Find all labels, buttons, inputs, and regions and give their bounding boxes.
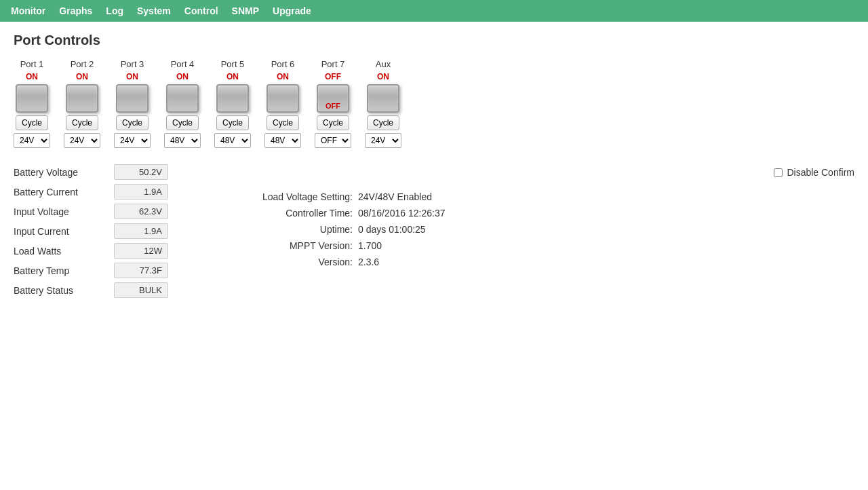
port-toggle-4[interactable] bbox=[166, 84, 199, 113]
port-voltage-select-3[interactable]: 24V48VOFF bbox=[114, 133, 151, 148]
info-val-3: 1.700 bbox=[358, 240, 382, 251]
info-key-0: Load Voltage Setting: bbox=[231, 191, 353, 202]
page-title: Port Controls bbox=[14, 33, 854, 48]
info-table: Load Voltage Setting:24V/48V EnabledCont… bbox=[231, 191, 854, 267]
disable-confirm-row: Disable Confirm bbox=[231, 167, 854, 178]
metric-row-6: Battery StatusBULK bbox=[14, 282, 203, 298]
nav-log[interactable]: Log bbox=[106, 5, 123, 16]
port-voltage-select-7[interactable]: 24V48VOFF bbox=[315, 133, 351, 148]
port-label-5: Port 5 bbox=[221, 59, 245, 69]
metrics-left: Battery Voltage50.2VBattery Current1.9AI… bbox=[14, 164, 203, 298]
metrics-section: Battery Voltage50.2VBattery Current1.9AI… bbox=[14, 164, 854, 298]
nav-monitor[interactable]: Monitor bbox=[11, 5, 45, 16]
info-row-4: Version:2.3.6 bbox=[231, 257, 854, 267]
nav-graphs[interactable]: Graphs bbox=[59, 5, 92, 16]
port-status-1: ON bbox=[26, 72, 38, 81]
info-row-3: MPPT Version:1.700 bbox=[231, 240, 854, 251]
info-val-1: 08/16/2016 12:26:37 bbox=[358, 208, 445, 219]
port-toggle-6[interactable] bbox=[267, 84, 299, 113]
info-key-1: Controller Time: bbox=[231, 208, 353, 219]
info-key-4: Version: bbox=[231, 257, 353, 267]
info-key-3: MPPT Version: bbox=[231, 240, 353, 251]
port-cycle-4[interactable]: Cycle bbox=[166, 115, 199, 130]
metric-value-5: 77.3F bbox=[114, 263, 168, 278]
port-status-3: ON bbox=[126, 72, 138, 81]
port-label-8: Aux bbox=[376, 59, 391, 69]
port-item-4: Port 4ONCycle24V48VOFF bbox=[164, 59, 201, 148]
port-label-2: Port 2 bbox=[71, 59, 94, 69]
port-label-7: Port 7 bbox=[321, 59, 345, 69]
port-label-3: Port 3 bbox=[121, 59, 144, 69]
info-val-0: 24V/48V Enabled bbox=[358, 191, 432, 202]
info-val-4: 2.3.6 bbox=[358, 257, 379, 267]
port-cycle-3[interactable]: Cycle bbox=[116, 115, 149, 130]
port-cycle-8[interactable]: Cycle bbox=[367, 115, 399, 130]
port-cycle-7[interactable]: Cycle bbox=[317, 115, 349, 130]
port-cycle-2[interactable]: Cycle bbox=[66, 115, 98, 130]
nav-control[interactable]: Control bbox=[184, 5, 218, 16]
info-row-2: Uptime:0 days 01:00:25 bbox=[231, 224, 854, 235]
metric-row-3: Input Current1.9A bbox=[14, 223, 203, 239]
port-toggle-7[interactable]: OFF bbox=[317, 84, 349, 113]
metrics-right: Disable Confirm Load Voltage Setting:24V… bbox=[231, 164, 854, 267]
metric-label-6: Battery Status bbox=[14, 285, 108, 296]
port-status-2: ON bbox=[76, 72, 88, 81]
disable-confirm-label: Disable Confirm bbox=[787, 167, 854, 178]
port-status-7: OFF bbox=[325, 72, 341, 81]
info-key-2: Uptime: bbox=[231, 224, 353, 235]
metric-label-4: Load Watts bbox=[14, 246, 108, 257]
metric-row-2: Input Voltage62.3V bbox=[14, 204, 203, 219]
port-cycle-5[interactable]: Cycle bbox=[216, 115, 249, 130]
port-voltage-select-1[interactable]: 24V48VOFF bbox=[14, 133, 50, 148]
metric-row-5: Battery Temp77.3F bbox=[14, 263, 203, 278]
nav-upgrade[interactable]: Upgrade bbox=[273, 5, 311, 16]
metric-value-4: 12W bbox=[114, 243, 168, 259]
port-toggle-3[interactable] bbox=[116, 84, 149, 113]
port-voltage-select-2[interactable]: 24V48VOFF bbox=[64, 133, 100, 148]
metric-value-2: 62.3V bbox=[114, 204, 168, 219]
port-item-1: Port 1ONCycle24V48VOFF bbox=[14, 59, 50, 148]
port-grid: Port 1ONCycle24V48VOFFPort 2ONCycle24V48… bbox=[14, 59, 854, 148]
info-row-1: Controller Time:08/16/2016 12:26:37 bbox=[231, 208, 854, 219]
port-label-6: Port 6 bbox=[271, 59, 295, 69]
port-cycle-6[interactable]: Cycle bbox=[267, 115, 299, 130]
metric-row-1: Battery Current1.9A bbox=[14, 184, 203, 200]
nav-system[interactable]: System bbox=[137, 5, 171, 16]
port-voltage-select-4[interactable]: 24V48VOFF bbox=[164, 133, 201, 148]
port-item-7: Port 7OFFOFFCycle24V48VOFF bbox=[315, 59, 351, 148]
info-val-2: 0 days 01:00:25 bbox=[358, 224, 426, 235]
port-label-1: Port 1 bbox=[20, 59, 44, 69]
metric-label-1: Battery Current bbox=[14, 187, 108, 197]
port-toggle-8[interactable] bbox=[367, 84, 399, 113]
port-voltage-select-5[interactable]: 24V48VOFF bbox=[214, 133, 251, 148]
navbar: Monitor Graphs Log System Control SNMP U… bbox=[0, 0, 868, 22]
port-item-6: Port 6ONCycle24V48VOFF bbox=[264, 59, 301, 148]
metric-label-5: Battery Temp bbox=[14, 265, 108, 276]
port-status-5: ON bbox=[226, 72, 239, 81]
metric-value-3: 1.9A bbox=[114, 223, 168, 239]
port-toggle-2[interactable] bbox=[66, 84, 98, 113]
port-toggle-1[interactable] bbox=[16, 84, 48, 113]
port-item-2: Port 2ONCycle24V48VOFF bbox=[64, 59, 100, 148]
port-voltage-select-6[interactable]: 24V48VOFF bbox=[264, 133, 301, 148]
metric-label-0: Battery Voltage bbox=[14, 167, 108, 178]
metric-row-0: Battery Voltage50.2V bbox=[14, 164, 203, 180]
metric-value-1: 1.9A bbox=[114, 184, 168, 200]
info-row-0: Load Voltage Setting:24V/48V Enabled bbox=[231, 191, 854, 202]
port-toggle-5[interactable] bbox=[216, 84, 249, 113]
metric-label-2: Input Voltage bbox=[14, 206, 108, 217]
metric-value-6: BULK bbox=[114, 282, 168, 298]
port-status-6: ON bbox=[277, 72, 289, 81]
port-voltage-select-8[interactable]: 24V48VOFF bbox=[365, 133, 401, 148]
main-content: Port Controls Port 1ONCycle24V48VOFFPort… bbox=[0, 22, 868, 309]
metric-row-4: Load Watts12W bbox=[14, 243, 203, 259]
port-cycle-1[interactable]: Cycle bbox=[16, 115, 48, 130]
metric-value-0: 50.2V bbox=[114, 164, 168, 180]
port-label-4: Port 4 bbox=[171, 59, 195, 69]
port-item-5: Port 5ONCycle24V48VOFF bbox=[214, 59, 251, 148]
port-item-8: AuxONCycle24V48VOFF bbox=[365, 59, 401, 148]
disable-confirm-checkbox[interactable] bbox=[774, 168, 783, 177]
nav-snmp[interactable]: SNMP bbox=[232, 5, 259, 16]
port-status-4: ON bbox=[176, 72, 189, 81]
port-item-3: Port 3ONCycle24V48VOFF bbox=[114, 59, 151, 148]
